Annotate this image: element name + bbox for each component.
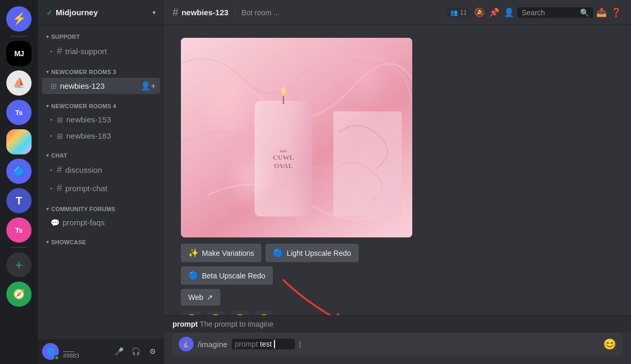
input-prompt-value[interactable]: test [260,340,272,348]
user-tag: #9883 [63,352,107,359]
reaction-neutral[interactable]: 😒 [205,311,226,315]
category-arrow-icon: ▾ [46,103,49,109]
inbox-icon[interactable]: 📥 [595,6,608,19]
category-showcase-label: SHOWCASE [51,239,86,245]
web-label: Web [188,293,203,301]
upscale-light-icon: 🔵 [273,248,283,258]
username: ___ [63,345,107,352]
category-arrow-icon: ▾ [46,69,49,75]
server-icon-ts2[interactable]: Ts [6,217,32,243]
category-arrow-icon: ▾ [46,206,49,212]
hash-icon: # [57,46,62,57]
forum-icon: 💬 [50,219,59,227]
chat-area[interactable]: ooo CUWL OVAL ✨ Make Variations [164,25,631,315]
server-icon-explore[interactable]: 🧭 [6,282,32,307]
user-panel: 🌐 ___ #9883 🎤 🎧 ⚙ [38,339,164,364]
members-count-group[interactable]: 👥 11 [446,8,471,17]
channel-item-newbies-183[interactable]: ▸ ⊞ newbies-183 [42,128,160,143]
category-newcomer-4[interactable]: ▾ NEWCOMER ROOMS 4 [38,95,164,111]
channel-item-newbies-153[interactable]: ▸ ⊞ newbies-153 [42,112,160,127]
bullet-icon: ▸ [50,117,53,122]
input-field-highlight[interactable]: prompt test [232,339,295,349]
make-variations-button[interactable]: ✨ Make Variations [181,244,261,262]
chat-input-wrapper[interactable]: ⛵ /imagine prompt test | 😊 [172,332,623,356]
avatar-symbol: 🌐 [47,348,55,355]
settings-icon[interactable]: ⚙ [145,344,160,359]
variations-icon: ✨ [188,248,199,258]
input-caret-icon: | [299,340,301,348]
server-icon-blue-stack[interactable]: 🔷 [6,159,32,184]
topbar-description: Bot room ... [241,8,279,17]
category-support-label: SUPPORT [51,34,80,40]
ai-image: ooo CUWL OVAL [181,38,412,237]
chat-input-area: ⛵ /imagine prompt test | 😊 [164,332,631,364]
red-arrow-svg [267,274,383,315]
user-info: ___ #9883 [63,345,107,359]
category-showcase[interactable]: ▾ SHOWCASE [38,231,164,247]
bot-avatar: ⛵ [179,337,194,351]
server-icon-t[interactable]: T [6,188,32,213]
server-icon-midjourney[interactable]: MJ [6,41,32,66]
category-community-forums[interactable]: ▾ COMMUNITY FORUMS [38,197,164,214]
help-icon[interactable]: ❓ [610,6,623,19]
thread-hash-icon: ⊞ [57,116,63,124]
topbar-icons: 👥 11 🔕 📌 👤 Search 🔍 📥 ❓ [446,6,623,19]
reaction-angry[interactable]: 😣 [181,311,202,315]
server-icon-colorful[interactable] [6,129,32,154]
channel-sidebar: ✓ Midjourney ▾ ▾ SUPPORT ▸ # trial-suppo… [38,0,164,364]
members-count: 11 [460,9,467,16]
search-box[interactable]: Search 🔍 [517,7,593,18]
emoji-picker-button[interactable]: 😊 [603,338,616,350]
channel-item-trial-support[interactable]: ▸ # trial-support [42,43,160,60]
command-hint-description: The prompt to imagine [200,320,273,328]
server-icon-add[interactable]: + [6,252,32,277]
search-icon: 🔍 [580,8,589,17]
category-arrow-icon: ▾ [46,34,49,39]
svg-point-3 [282,87,285,93]
hash-icon: # [57,183,62,194]
topbar-channel-label: newbies-123 [181,8,228,17]
chevron-down-icon: ▾ [152,9,156,16]
message-container: ooo CUWL OVAL ✨ Make Variations [181,38,423,315]
upscale-beta-icon: 🔵 [188,271,199,280]
command-hint-name: prompt [172,320,198,328]
server-icon-boat[interactable]: ⛵ [6,70,32,96]
web-button[interactable]: Web ↗ [181,289,220,306]
bullet-icon: ▸ [50,49,53,54]
pin-icon[interactable]: 📌 [488,6,501,19]
muted-icon[interactable]: 🔕 [473,6,486,19]
add-user-icon[interactable]: 👤+ [140,81,156,91]
svg-text:CUWL: CUWL [273,153,294,161]
light-upscale-redo-button[interactable]: 🔵 Light Upscale Redo [266,244,358,262]
category-arrow-icon: ▾ [46,240,49,245]
status-dot [54,355,59,360]
channel-item-prompt-chat[interactable]: ▸ # prompt-chat [42,180,160,197]
server-name-header[interactable]: ✓ Midjourney ▾ [38,0,164,25]
swirl-svg: ooo CUWL OVAL [181,38,412,237]
channel-item-prompt-faqs[interactable]: 💬 prompt-faqs [42,215,160,230]
category-chat[interactable]: ▾ CHAT [38,144,164,161]
mute-icon[interactable]: 🎤 [111,344,126,359]
deafen-icon[interactable]: 🎧 [128,344,143,359]
category-support[interactable]: ▾ SUPPORT [38,25,164,42]
channel-item-newbies-123[interactable]: ⊞ newbies-123 👤+ [42,78,160,94]
beta-upscale-redo-button[interactable]: 🔵 Beta Upscale Redo [181,266,273,285]
channel-name-prompt-chat: prompt-chat [65,184,107,193]
category-newcomer-4-label: NEWCOMER ROOMS 4 [51,103,116,109]
thread-hash-icon: ⊞ [57,132,63,140]
external-link-icon: ↗ [207,293,213,301]
channel-name-newbies-183: newbies-183 [66,131,111,140]
server-icon-ts[interactable]: Ts [6,100,32,125]
channel-name-newbies-153: newbies-153 [66,115,111,124]
server-icon-discord-home[interactable]: ⚡ [6,6,32,32]
channel-item-discussion[interactable]: ▸ # discussion [42,161,160,179]
svg-text:OVAL: OVAL [274,162,293,170]
text-cursor [274,340,275,348]
category-newcomer-3[interactable]: ▾ NEWCOMER ROOMS 3 [38,60,164,77]
make-variations-label: Make Variations [202,249,254,257]
members-icon: 👥 [450,9,458,16]
checkmark-icon: ✓ [46,8,53,17]
reaction-smile[interactable]: 😀 [229,311,250,315]
add-member-icon[interactable]: 👤 [503,6,515,19]
candle-product-image: ooo CUWL OVAL [181,38,412,237]
